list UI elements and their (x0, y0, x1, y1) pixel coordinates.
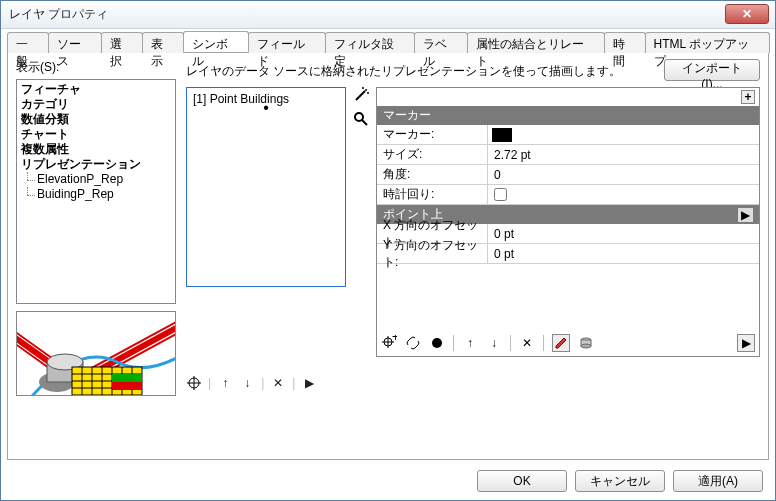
svg-line-24 (362, 120, 367, 125)
angle-label: 角度: (377, 166, 487, 183)
clockwise-checkbox[interactable] (494, 188, 507, 201)
xoffset-input[interactable] (492, 226, 759, 242)
tree-feature[interactable]: フィーチャ (21, 82, 171, 97)
tab-body: 表示(S): フィーチャ カテゴリ 数値分類 チャート 複数属性 リプレゼンテー… (7, 53, 769, 460)
rule-list[interactable]: [1] Point Buildings • (186, 87, 346, 287)
clockwise-row: 時計回り: (377, 185, 759, 205)
marker-swatch[interactable] (492, 128, 512, 142)
close-button[interactable]: ✕ (725, 4, 769, 24)
marker-row: マーカー: (377, 125, 759, 145)
svg-point-29 (432, 338, 442, 348)
tabstrip: 一般 ソース 選択 表示 シンボル フィールド フィルタ設定 ラベル 属性の結合… (7, 31, 769, 53)
tab-joins-relates[interactable]: 属性の結合とリレート (467, 32, 605, 53)
tool-link-icon[interactable] (405, 335, 421, 351)
size-row: サイズ: (377, 145, 759, 165)
marker-section-header: マーカー (377, 106, 759, 125)
tab-display[interactable]: 表示 (142, 32, 184, 53)
yoffset-row: Y 方向のオフセット: (377, 244, 759, 264)
properties-panel: + マーカー マーカー: サイズ: 角度: 時計回り: (376, 87, 760, 357)
tab-html-popup[interactable]: HTML ポップアップ (645, 32, 770, 53)
tree-representations[interactable]: リプレゼンテーション (21, 157, 171, 172)
tab-definition-query[interactable]: フィルタ設定 (325, 32, 415, 53)
add-layer-button[interactable]: + (741, 90, 755, 104)
tool-run-icon[interactable]: ▶ (737, 334, 755, 352)
apply-button[interactable]: 適用(A) (673, 470, 763, 492)
tab-selection[interactable]: 選択 (101, 32, 143, 53)
svg-point-32 (581, 344, 591, 348)
marker-label: マーカー: (377, 126, 487, 143)
clockwise-label: 時計回り: (377, 186, 487, 203)
svg-point-22 (367, 92, 369, 94)
yoffset-input[interactable] (492, 246, 759, 262)
tab-labels[interactable]: ラベル (414, 32, 468, 53)
description-text: レイヤのデータ ソースに格納されたリプレゼンテーションを使って描画します。 (186, 63, 658, 80)
angle-input[interactable] (492, 167, 759, 183)
svg-point-20 (365, 89, 367, 91)
svg-line-19 (356, 91, 365, 100)
tab-general[interactable]: 一般 (7, 32, 49, 53)
magnifier-icon[interactable] (353, 111, 369, 127)
size-label: サイズ: (377, 146, 487, 163)
tool-up-icon[interactable]: ↑ (462, 335, 478, 351)
import-button[interactable]: インポート(I)... (664, 59, 760, 81)
tool-target-plus-icon[interactable]: + (381, 335, 397, 351)
ok-button[interactable]: OK (477, 470, 567, 492)
tool-cylinder-icon[interactable] (578, 335, 594, 351)
dialog-footer: OK キャンセル 適用(A) (477, 470, 763, 492)
show-tree[interactable]: フィーチャ カテゴリ 数値分類 チャート 複数属性 リプレゼンテーション Ele… (16, 79, 176, 304)
tree-quantities[interactable]: 数値分類 (21, 112, 171, 127)
titlebar: レイヤ プロパティ ✕ (1, 1, 775, 29)
svg-point-23 (355, 113, 363, 121)
tab-symbology[interactable]: シンボル (183, 31, 249, 52)
svg-point-21 (362, 87, 364, 89)
svg-rect-14 (112, 382, 142, 390)
tree-categories[interactable]: カテゴリ (21, 97, 171, 112)
wand-icon[interactable] (353, 87, 369, 103)
yoffset-label: Y 方向のオフセット: (377, 237, 487, 271)
size-input[interactable] (492, 147, 759, 163)
window-title: レイヤ プロパティ (1, 6, 725, 23)
tool-down-icon[interactable]: ↓ (486, 335, 502, 351)
tool-circle-icon[interactable] (429, 335, 445, 351)
tree-charts[interactable]: チャート (21, 127, 171, 142)
angle-row: 角度: (377, 165, 759, 185)
rule-toolbar: | ↑ ↓ | ✕ | ▶ (186, 375, 346, 391)
tree-child-building[interactable]: BuidingP_Rep (21, 187, 171, 202)
tool-pencil-icon[interactable] (552, 334, 570, 352)
cancel-button[interactable]: キャンセル (575, 470, 665, 492)
tree-child-elevation[interactable]: ElevationP_Rep (21, 172, 171, 187)
symbol-preview (16, 311, 176, 396)
tool-delete-icon[interactable]: ✕ (519, 335, 535, 351)
mid-tools (352, 87, 370, 127)
tab-source[interactable]: ソース (48, 32, 102, 53)
move-down-icon[interactable]: ↓ (239, 375, 255, 391)
layer-properties-window: レイヤ プロパティ ✕ 一般 ソース 選択 表示 シンボル フィールド フィルタ… (0, 0, 776, 501)
tab-time[interactable]: 時間 (604, 32, 646, 53)
tab-fields[interactable]: フィールド (248, 32, 326, 53)
svg-rect-15 (112, 374, 142, 382)
move-up-icon[interactable]: ↑ (217, 375, 233, 391)
target-icon[interactable] (186, 375, 202, 391)
tree-multiple-attrs[interactable]: 複数属性 (21, 142, 171, 157)
play-icon[interactable]: ▶ (301, 375, 317, 391)
delete-icon[interactable]: ✕ (270, 375, 286, 391)
svg-text:+: + (392, 335, 397, 344)
props-toolbar: + ↑ ↓ ✕ ▶ (381, 334, 755, 352)
rule-item-symbol: • (193, 106, 339, 110)
section-arrow-icon[interactable]: ▶ (738, 208, 753, 222)
content-area: 一般 ソース 選択 表示 シンボル フィールド フィルタ設定 ラベル 属性の結合… (7, 31, 769, 460)
